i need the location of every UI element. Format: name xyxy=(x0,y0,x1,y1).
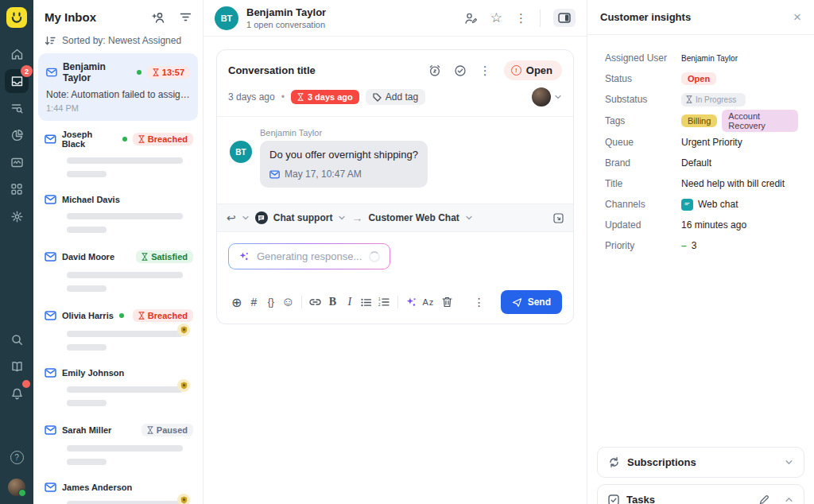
resolve-check-icon[interactable] xyxy=(454,64,467,77)
notifications-bell-icon[interactable] xyxy=(5,382,29,405)
reply-channel-bar: ↩ Chat support → Customer Web Chat xyxy=(217,204,573,232)
contact-header-subtitle: 1 open conversation xyxy=(246,20,326,29)
ai-assist-icon[interactable] xyxy=(403,297,421,308)
skeleton-line xyxy=(67,227,107,233)
knowledge-book-icon[interactable] xyxy=(5,355,29,378)
customer-insights-panel: Customer insights × Assigned User Benjam… xyxy=(587,0,814,504)
bold-icon[interactable]: B xyxy=(324,296,342,308)
updated-value: 16 minutes ago xyxy=(681,219,746,231)
email-icon xyxy=(45,483,56,492)
tasks-card[interactable]: Tasks xyxy=(597,484,804,504)
subscriptions-card[interactable]: Subscriptions xyxy=(597,447,804,478)
list-item[interactable]: David Moore Satisfied xyxy=(38,242,198,300)
assignee-avatar xyxy=(532,87,551,107)
apps-grid-icon[interactable] xyxy=(5,177,29,201)
link-icon[interactable] xyxy=(307,298,324,306)
more-options-icon[interactable]: ⋮ xyxy=(515,11,527,25)
reply-icon[interactable]: ↩ xyxy=(227,211,236,224)
conversation-more-icon[interactable]: ⋮ xyxy=(479,64,491,78)
channel-value: Web chat xyxy=(698,199,738,210)
substatus-pill[interactable]: In Progress xyxy=(681,93,746,107)
email-icon xyxy=(45,425,56,435)
svg-text:2: 2 xyxy=(378,303,381,307)
search-icon[interactable] xyxy=(5,328,29,351)
list-item[interactable]: Olivia Harris Breached xyxy=(38,300,198,359)
numbered-list-icon[interactable]: 12 xyxy=(375,297,393,307)
variables-icon[interactable]: {} xyxy=(262,297,280,308)
list-item[interactable]: Michael Davis xyxy=(38,186,198,242)
chevron-down-icon xyxy=(338,214,346,222)
list-item[interactable]: James Anderson xyxy=(38,474,198,504)
filter-icon[interactable] xyxy=(180,12,192,22)
contact-name: James Anderson xyxy=(62,483,132,492)
tag-pill[interactable]: Account Recovery xyxy=(722,110,798,132)
app-logo[interactable] xyxy=(6,7,27,28)
list-item[interactable]: Joseph Black Breached xyxy=(38,121,198,186)
sort-icon xyxy=(45,36,56,46)
contact-avatar: BT xyxy=(215,6,238,30)
expand-composer-icon[interactable] xyxy=(553,213,564,223)
send-button[interactable]: Send xyxy=(501,290,562,314)
hourglass-icon xyxy=(138,135,145,143)
svg-text:1: 1 xyxy=(378,297,381,301)
home-icon[interactable] xyxy=(5,42,29,66)
field-label: Substatus xyxy=(605,94,681,105)
assign-agent-icon[interactable] xyxy=(463,12,478,25)
reply-source-dropdown[interactable]: Chat support xyxy=(273,212,333,223)
canned-response-icon[interactable]: # xyxy=(246,296,263,308)
add-user-icon[interactable] xyxy=(152,11,166,24)
dashboard-icon[interactable] xyxy=(5,150,29,174)
divider xyxy=(301,296,302,308)
emoji-icon[interactable]: ☺ xyxy=(280,295,297,309)
close-icon[interactable]: × xyxy=(793,10,801,24)
contact-name: Olivia Harris xyxy=(62,311,114,320)
field-row: Assigned User Benjamin Taylor xyxy=(605,48,798,68)
list-item[interactable]: Sarah Miller Paused xyxy=(38,415,198,474)
composer[interactable]: Generating response... ⊕ # {} ☺ B I xyxy=(217,232,573,324)
composer-more-icon[interactable]: ⋮ xyxy=(469,296,490,308)
message-bubble: Do you offer overnight shipping? May 17,… xyxy=(260,141,428,188)
send-icon xyxy=(512,297,522,308)
search-list-icon[interactable] xyxy=(5,96,29,120)
user-avatar[interactable] xyxy=(8,479,25,496)
add-tag-button[interactable]: Add tag xyxy=(366,89,425,105)
status-label: Open xyxy=(526,64,552,76)
field-row: Priority – 3 xyxy=(605,235,798,256)
list-item[interactable]: Emily Johnson xyxy=(38,359,198,415)
list-item[interactable]: Benjamin Taylor 13:57 Note: Automation f… xyxy=(38,53,198,121)
help-icon[interactable]: ? xyxy=(5,445,29,469)
translate-icon[interactable]: Az xyxy=(420,297,437,307)
status-pill[interactable]: Open xyxy=(681,72,716,85)
skeleton-line xyxy=(67,171,107,177)
assignee-dropdown[interactable] xyxy=(532,87,562,107)
tasks-title: Tasks xyxy=(626,494,752,504)
bullet-list-icon[interactable] xyxy=(359,298,376,307)
settings-gear-icon[interactable] xyxy=(5,204,29,228)
italic-icon[interactable]: I xyxy=(341,296,359,308)
contact-name: Benjamin Taylor xyxy=(63,61,131,83)
field-row: Substatus In Progress xyxy=(605,89,798,110)
details-panel-toggle[interactable] xyxy=(553,9,576,27)
insert-plus-icon[interactable]: ⊕ xyxy=(228,295,246,310)
sort-row[interactable]: Sorted by: Newest Assigned xyxy=(33,29,203,53)
divider xyxy=(397,296,398,308)
contact-name: Emily Johnson xyxy=(62,368,124,378)
reply-channel-dropdown[interactable]: Customer Web Chat xyxy=(368,212,459,223)
field-row: Brand Default xyxy=(605,153,798,173)
trash-icon[interactable] xyxy=(437,297,458,308)
tag-pill[interactable]: Billing xyxy=(681,114,717,127)
hourglass-icon xyxy=(297,93,304,101)
snooze-icon[interactable] xyxy=(428,64,441,77)
status-dropdown[interactable]: ! Open xyxy=(504,60,562,80)
online-dot xyxy=(137,70,141,75)
contact-header-name: Benjamin Taylor xyxy=(246,6,326,19)
conversation-list: Benjamin Taylor 13:57 Note: Automation f… xyxy=(33,53,203,504)
conversation-panel: BT Benjamin Taylor 1 open conversation ☆… xyxy=(204,0,587,504)
star-icon[interactable]: ☆ xyxy=(490,10,502,26)
reports-pie-icon[interactable] xyxy=(5,123,29,147)
web-chat-icon xyxy=(681,199,693,211)
conversation-note: Note: Automation failed to assign... xyxy=(46,89,190,100)
inbox-icon[interactable]: 2 xyxy=(5,69,29,93)
priority-decrease-icon[interactable]: – xyxy=(681,240,687,251)
edit-pencil-icon[interactable] xyxy=(759,494,769,504)
